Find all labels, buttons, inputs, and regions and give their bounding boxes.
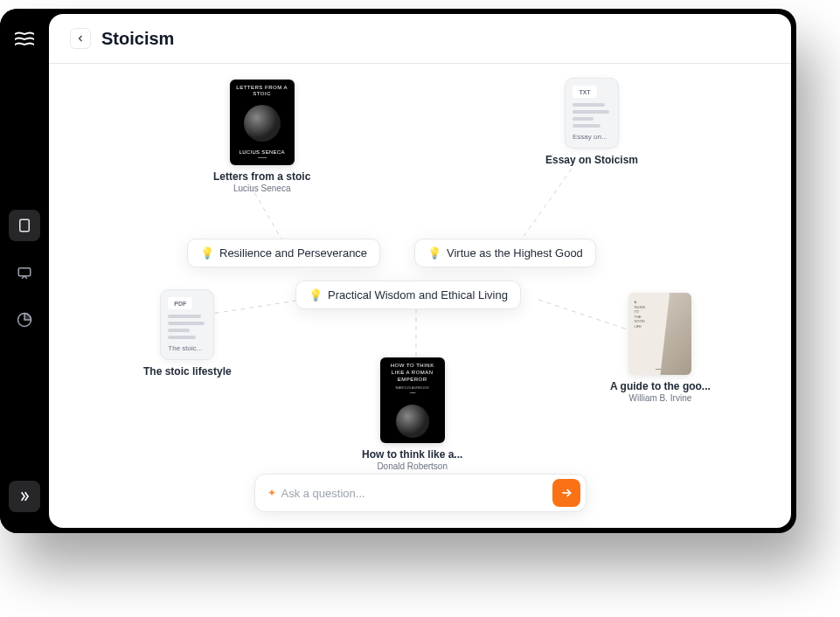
main-panel: Stoicism LETTERS FROM A STOIC LUCIUS SEN… — [49, 14, 791, 528]
file-lines-icon — [168, 315, 206, 339]
book-cover-icon: AGUIDETOTHEGOODLIFE ━━━━━ — [628, 293, 691, 375]
node-subtitle: William B. Irvine — [629, 393, 692, 403]
app-container: Stoicism LETTERS FROM A STOIC LUCIUS SEN… — [0, 9, 796, 533]
cover-mid-text: MARCUS AURELIUS — [384, 385, 441, 390]
file-badge: TXT — [573, 86, 597, 98]
node-title: How to think like a... — [362, 448, 462, 461]
concept-resilience[interactable]: 💡 Resilience and Perseverance — [187, 239, 380, 267]
cover-subline: ━━━━━ — [240, 156, 285, 160]
file-preview-name: The stoic... — [168, 344, 206, 352]
node-title: The stoic lifestyle — [143, 365, 232, 378]
book-cover-icon: LETTERS FROM A STOIC LUCIUS SENECA ━━━━━ — [230, 80, 295, 165]
cover-text-icon: AGUIDETOTHEGOODLIFE — [634, 300, 645, 329]
book-cover-icon: HOW TO THINK LIKE A ROMAN EMPEROR MARCUS… — [380, 357, 445, 443]
expand-sidebar-button[interactable] — [9, 481, 40, 512]
svg-rect-1 — [18, 268, 31, 276]
logo-icon — [13, 30, 36, 52]
nav-item-chat[interactable] — [9, 257, 40, 288]
node-subtitle: Donald Robertson — [377, 461, 448, 471]
file-card-icon: PDF The stoic... — [160, 289, 214, 360]
cover-top-text: HOW TO THINK LIKE A ROMAN EMPEROR — [384, 363, 441, 383]
nav-items — [9, 210, 40, 336]
concept-label: Practical Wisdom and Ethical Living — [328, 288, 508, 302]
canvas[interactable]: LETTERS FROM A STOIC LUCIUS SENECA ━━━━━… — [49, 64, 791, 528]
node-title: Letters from a stoic — [213, 170, 310, 183]
node-title: A guide to the goo... — [610, 380, 711, 392]
cover-bottom-icon: ━━━━━ — [628, 367, 691, 371]
cover-top-text: LETTERS FROM A STOIC — [233, 85, 291, 97]
file-card-icon: TXT Essay on... — [565, 78, 619, 149]
header: Stoicism — [49, 14, 791, 64]
node-title: Essay on Stoicism — [545, 154, 638, 166]
file-lines-icon — [573, 103, 611, 128]
file-badge: PDF — [168, 297, 192, 309]
nav-item-chart[interactable] — [9, 304, 40, 336]
concept-label: Resilience and Perseverance — [219, 246, 367, 260]
cover-portrait-icon — [244, 105, 281, 142]
back-button[interactable] — [70, 28, 91, 49]
node-stoic-lifestyle[interactable]: PDF The stoic... The stoic lifestyle — [143, 289, 232, 378]
concept-label: Virtue as the Highest Good — [447, 246, 583, 260]
cover-portrait-icon — [396, 405, 429, 438]
node-letters-from-a-stoic[interactable]: LETTERS FROM A STOIC LUCIUS SENECA ━━━━━… — [213, 80, 310, 193]
page-title: Stoicism — [101, 29, 174, 49]
cover-bottom-text: LUCIUS SENECA — [240, 149, 285, 155]
ask-question-bar: ✦ — [254, 474, 587, 512]
node-how-to-think-like-emperor[interactable]: HOW TO THINK LIKE A ROMAN EMPEROR MARCUS… — [362, 357, 462, 471]
lightbulb-icon: 💡 — [309, 288, 323, 302]
lightbulb-icon: 💡 — [427, 246, 441, 260]
node-essay-on-stoicism[interactable]: TXT Essay on... Essay on Stoicism — [545, 78, 638, 166]
send-button[interactable] — [552, 479, 580, 507]
file-preview-name: Essay on... — [573, 133, 611, 141]
lightbulb-icon: 💡 — [200, 246, 214, 260]
concept-practical-wisdom[interactable]: 💡 Practical Wisdom and Ethical Living — [295, 281, 521, 309]
node-subtitle: Lucius Seneca — [233, 184, 291, 193]
cover-subline: ━━━ — [384, 391, 441, 395]
sidebar — [0, 9, 49, 533]
sparkle-icon: ✦ — [267, 487, 276, 499]
node-guide-to-good-life[interactable]: AGUIDETOTHEGOODLIFE ━━━━━ A guide to the… — [610, 293, 711, 403]
nav-item-book[interactable] — [9, 210, 40, 241]
ask-input[interactable] — [281, 487, 552, 500]
svg-rect-0 — [20, 219, 30, 232]
concept-virtue[interactable]: 💡 Virtue as the Highest Good — [414, 239, 596, 267]
